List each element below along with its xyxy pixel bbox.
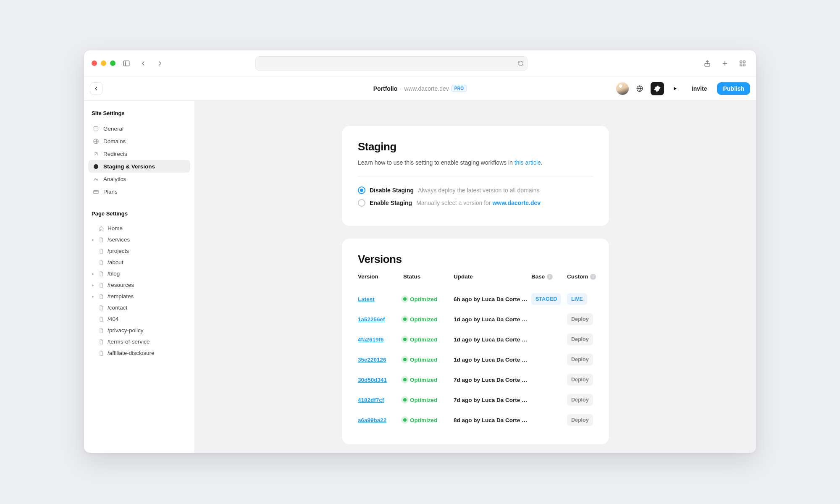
page-item[interactable]: ▸/templates [88,291,190,302]
publish-button[interactable]: Publish [717,82,750,95]
avatar[interactable] [616,82,629,95]
live-badge: LIVE [567,293,587,305]
sidebar-toggle-icon[interactable] [121,58,132,69]
status-badge: Optimized [403,316,454,323]
sidebar-item-staging-versions[interactable]: Staging & Versions [88,160,190,173]
invite-button[interactable]: Invite [686,82,713,95]
status-badge: Optimized [403,397,454,403]
deploy-button[interactable]: Deploy [567,374,593,386]
reload-icon[interactable] [518,60,524,66]
page-item[interactable]: ▸/contact [88,302,190,313]
sidebar-section-page: Page Settings [88,209,190,221]
version-link[interactable]: Latest [358,296,375,302]
sidebar-item-domains[interactable]: Domains [88,135,190,147]
info-icon[interactable]: i [547,274,553,280]
nav-icon [92,163,99,170]
app-back-button[interactable] [90,82,102,95]
version-link[interactable]: 4fa2619f6 [358,336,384,343]
deploy-button[interactable]: Deploy [567,414,593,426]
sidebar-item-general[interactable]: General [88,122,190,135]
staging-domain-link[interactable]: www.dacorte.dev [492,200,541,206]
traffic-lights [92,60,116,66]
staging-card: Staging Learn how to use this setting to… [342,126,609,226]
page-item[interactable]: ▸/terms-of-service [88,336,190,347]
nav-back-icon[interactable] [137,58,149,69]
page-item[interactable]: ▸/resources [88,279,190,291]
version-link[interactable]: 4182df7cf [358,397,384,403]
nav-icon [92,138,99,144]
file-icon [98,237,104,243]
main-content: Staging Learn how to use this setting to… [195,101,756,453]
globe-icon[interactable] [633,82,646,95]
nav-forward-icon[interactable] [154,58,166,69]
page-item[interactable]: ▸/affiliate-disclosure [88,347,190,359]
page-item[interactable]: ▸/blog [88,268,190,279]
version-link[interactable]: 1a52256ef [358,316,385,323]
svg-rect-7 [94,126,98,131]
settings-button[interactable] [651,82,664,95]
chevron-right-icon: ▸ [91,237,95,242]
address-bar[interactable] [255,56,528,71]
app-header: Portfolio · www.dacorte.dev PRO Invite P… [84,76,756,101]
staging-title: Staging [358,140,593,153]
update-text: 6h ago by Luca Da Corte … [454,296,531,302]
page-item[interactable]: ▸/about [88,257,190,268]
page-item[interactable]: ▸/projects [88,245,190,257]
update-text: 8d ago by Luca Da Corte … [454,417,531,423]
file-icon [98,248,104,254]
update-text: 1d ago by Luca Da Corte … [454,357,531,363]
sidebar: Site Settings GeneralDomainsRedirectsSta… [84,101,195,453]
status-badge: Optimized [403,357,454,363]
page-item[interactable]: ▸/404 [88,313,190,325]
deploy-button[interactable]: Deploy [567,333,593,345]
col-base: Basei [531,273,567,280]
deploy-button[interactable]: Deploy [567,354,593,365]
sidebar-item-redirects[interactable]: Redirects [88,147,190,160]
new-tab-icon[interactable] [719,58,731,69]
file-icon [98,339,104,345]
version-row: 35e220126Optimized1d ago by Luca Da Cort… [358,349,593,370]
version-link[interactable]: 30d50d341 [358,377,387,383]
col-update: Update [454,273,531,280]
page-item[interactable]: ▸/privacy-policy [88,325,190,336]
page-item[interactable]: ▸/services [88,234,190,245]
status-badge: Optimized [403,377,454,383]
browser-chrome [84,50,756,76]
chevron-right-icon: ▸ [91,271,95,276]
file-icon [98,282,104,288]
chevron-right-icon: ▸ [91,294,95,299]
col-custom: Customi [567,273,596,280]
tab-grid-icon[interactable] [737,58,748,69]
info-icon[interactable]: i [590,274,596,280]
radio-enable-staging[interactable]: Enable Staging Manually select a version… [358,199,593,207]
radio-disable-staging[interactable]: Disable Staging Always deploy the latest… [358,186,593,194]
minimize-icon[interactable] [101,60,106,66]
radio-icon [358,186,365,194]
radio-icon [358,199,365,207]
close-icon[interactable] [92,60,97,66]
chevron-right-icon: ▸ [91,283,95,287]
deploy-button[interactable]: Deploy [567,313,593,325]
staging-help-link[interactable]: this article [514,159,541,166]
versions-header-row: Version Status Update Basei Customi [358,273,593,280]
page-item[interactable]: ▸Home [88,223,190,234]
file-icon [98,260,104,265]
svg-rect-5 [743,64,746,66]
version-link[interactable]: a6a99ba22 [358,417,386,423]
maximize-icon[interactable] [110,60,116,66]
sidebar-item-plans[interactable]: Plans [88,185,190,198]
version-row: a6a99ba22Optimized8d ago by Luca Da Cort… [358,410,593,430]
sidebar-item-analytics[interactable]: Analytics [88,173,190,185]
version-row: 4182df7cfOptimized7d ago by Luca Da Cort… [358,390,593,410]
play-button[interactable] [668,82,682,95]
update-text: 7d ago by Luca Da Corte … [454,377,531,383]
version-row: 4fa2619f6Optimized1d ago by Luca Da Cort… [358,329,593,349]
share-icon[interactable] [701,58,713,69]
col-version: Version [358,273,403,280]
svg-rect-3 [743,61,746,63]
staging-description: Learn how to use this setting to enable … [358,159,593,166]
update-text: 1d ago by Luca Da Corte … [454,316,531,323]
deploy-button[interactable]: Deploy [567,394,593,406]
version-link[interactable]: 35e220126 [358,357,386,363]
file-icon [98,350,104,356]
